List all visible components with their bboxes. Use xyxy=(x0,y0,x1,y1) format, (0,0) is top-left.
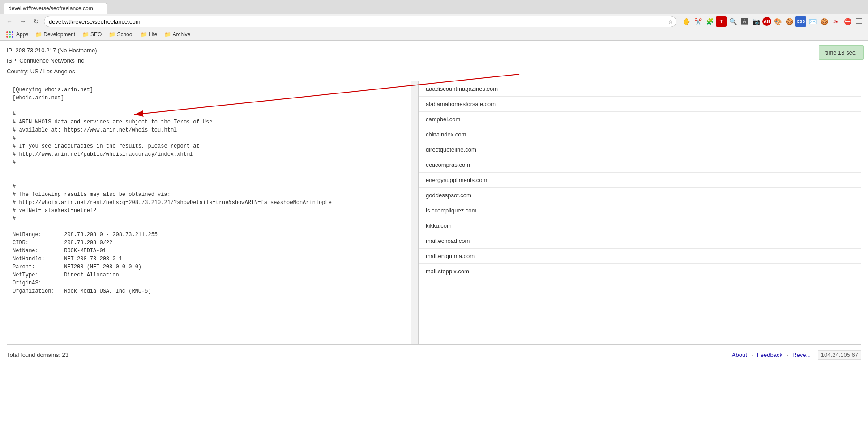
isp-line: ISP: Confluence Networks Inc xyxy=(7,55,861,66)
search-glass-icon[interactable]: 🔍 xyxy=(727,16,738,27)
bookmark-school[interactable]: 📁 School xyxy=(106,30,136,38)
domain-item[interactable]: mail.echoad.com xyxy=(419,233,861,249)
apps-grid-icon xyxy=(6,31,14,38)
domain-item[interactable]: ecucompras.com xyxy=(419,157,861,173)
domain-name: alabamahomesforsale.com xyxy=(426,101,496,107)
domain-item[interactable]: chinaindex.com xyxy=(419,127,861,142)
domain-name: mail.stoppix.com xyxy=(426,268,469,275)
tab-title: devel.wtf/reverse/seofreelance.com xyxy=(9,5,93,12)
country-line: Country: US / Los Angeles xyxy=(7,66,861,76)
whois-scrollbar[interactable] xyxy=(411,81,418,344)
address-wrapper: ☆ xyxy=(44,16,676,27)
nav-bar: ← → ↻ ☆ ✋ ✂️ 🧩 T 🔍 🅰 📷 AB 🎨 🍪 CSS ✉️ 🍪 J… xyxy=(0,14,868,29)
domain-item[interactable]: kikku.com xyxy=(419,218,861,233)
camera-icon[interactable]: 📷 xyxy=(751,16,761,27)
mail-icon[interactable]: ✉️ xyxy=(807,16,818,27)
bookmark-development[interactable]: 📁 Development xyxy=(33,30,78,38)
browser-chrome: devel.wtf/reverse/seofreelance.com ← → ↻… xyxy=(0,0,868,41)
bookmark-life[interactable]: 📁 Life xyxy=(138,30,160,38)
apps-label: Apps xyxy=(16,31,28,38)
domain-name: kikku.com xyxy=(426,222,452,229)
domain-name: mail.echoad.com xyxy=(426,238,470,244)
menu-icon[interactable]: ☰ xyxy=(854,16,864,27)
domain-name: chinaindex.com xyxy=(426,131,466,138)
bookmark-development-label: Development xyxy=(43,31,75,38)
js-icon[interactable]: Js xyxy=(830,16,841,27)
bookmark-school-label: School xyxy=(117,31,133,38)
folder-icon-seo: 📁 xyxy=(82,31,89,38)
time-badge: time 13 sec. xyxy=(819,45,864,60)
domain-item[interactable]: directquoteline.com xyxy=(419,142,861,157)
domain-name: campbel.com xyxy=(426,116,460,123)
tab-bar: devel.wtf/reverse/seofreelance.com xyxy=(0,0,868,14)
puzzle-icon[interactable]: 🧩 xyxy=(704,16,715,27)
bookmarks-bar: Apps 📁 Development 📁 SEO 📁 School 📁 Life… xyxy=(0,29,868,40)
folder-icon-life: 📁 xyxy=(141,31,147,38)
domain-item[interactable]: campbel.com xyxy=(419,112,861,127)
bookmark-archive[interactable]: 📁 Archive xyxy=(162,30,193,38)
reload-button[interactable]: ↻ xyxy=(30,16,42,27)
toolbar-icons: ✋ ✂️ 🧩 T 🔍 🅰 📷 AB 🎨 🍪 CSS ✉️ 🍪 Js ⛔ ☰ xyxy=(681,16,864,27)
footer-links: About · Feedback · Reve... 104.24.105.67 xyxy=(731,352,861,358)
domain-item[interactable]: aaadiscountmagazines.com xyxy=(419,81,861,97)
feedback-link[interactable]: Feedback xyxy=(757,352,782,358)
ip-line: IP: 208.73.210.217 (No Hostname) xyxy=(7,45,861,55)
domain-name: energysuppliments.com xyxy=(426,177,487,183)
domain-name: aaadiscountmagazines.com xyxy=(426,85,498,92)
domain-panel[interactable]: aaadiscountmagazines.com alabamahomesfor… xyxy=(419,81,861,345)
stop-icon[interactable]: ⛔ xyxy=(842,16,853,27)
back-button[interactable]: ← xyxy=(4,16,15,27)
forward-button[interactable]: → xyxy=(17,16,29,27)
bookmark-seo-label: SEO xyxy=(90,31,102,38)
bookmark-archive-label: Archive xyxy=(172,31,190,38)
domain-item[interactable]: mail.enigmma.com xyxy=(419,249,861,264)
domain-name: ecucompras.com xyxy=(426,161,470,168)
cookie-icon[interactable]: 🍪 xyxy=(784,16,795,27)
domain-item[interactable]: mail.stoppix.com xyxy=(419,264,861,279)
page-content: IP: 208.73.210.217 (No Hostname) ISP: Co… xyxy=(0,41,868,437)
domain-item[interactable]: goddesspsot.com xyxy=(419,188,861,203)
translate-icon[interactable]: 🅰 xyxy=(739,16,750,27)
domain-name: goddesspsot.com xyxy=(426,192,471,199)
folder-icon-development: 📁 xyxy=(35,31,42,38)
bookmark-apps[interactable]: Apps xyxy=(4,30,31,38)
hand-icon[interactable]: ✋ xyxy=(681,16,692,27)
tag-icon[interactable]: T xyxy=(716,16,727,27)
circle-icon[interactable]: AB xyxy=(762,17,771,26)
domain-item[interactable]: energysuppliments.com xyxy=(419,173,861,188)
folder-icon-school: 📁 xyxy=(109,31,115,38)
ip-info: IP: 208.73.210.217 (No Hostname) ISP: Co… xyxy=(7,45,861,76)
bookmark-seo[interactable]: 📁 SEO xyxy=(80,30,104,38)
bookmark-star-button[interactable]: ☆ xyxy=(668,18,674,25)
bookmark-life-label: Life xyxy=(149,31,157,38)
color-icon[interactable]: 🎨 xyxy=(772,16,783,27)
reverse-link[interactable]: Reve... xyxy=(792,352,811,358)
main-layout: [Querying whois.arin.net] [whois.arin.ne… xyxy=(7,81,861,345)
total-found-text: Total found domains: 23 xyxy=(7,352,68,358)
scissors-icon[interactable]: ✂️ xyxy=(693,16,703,27)
domain-name: directquoteline.com xyxy=(426,146,476,153)
whois-panel[interactable]: [Querying whois.arin.net] [whois.arin.ne… xyxy=(7,81,419,345)
domain-name: is.ccompliquez.com xyxy=(426,207,476,214)
cookie2-icon[interactable]: 🍪 xyxy=(819,16,830,27)
active-tab[interactable]: devel.wtf/reverse/seofreelance.com xyxy=(4,3,107,14)
css-icon[interactable]: CSS xyxy=(795,16,806,27)
domain-name: mail.enigmma.com xyxy=(426,253,475,259)
domain-item[interactable]: is.ccompliquez.com xyxy=(419,203,861,218)
ip-footer-display: 104.24.105.67 xyxy=(818,350,861,360)
whois-text: [Querying whois.arin.net] [whois.arin.ne… xyxy=(13,86,413,295)
folder-icon-archive: 📁 xyxy=(164,31,171,38)
domain-item[interactable]: alabamahomesforsale.com xyxy=(419,97,861,112)
page-footer: Total found domains: 23 About · Feedback… xyxy=(7,349,861,361)
address-bar[interactable] xyxy=(44,16,676,27)
about-link[interactable]: About xyxy=(732,352,747,358)
